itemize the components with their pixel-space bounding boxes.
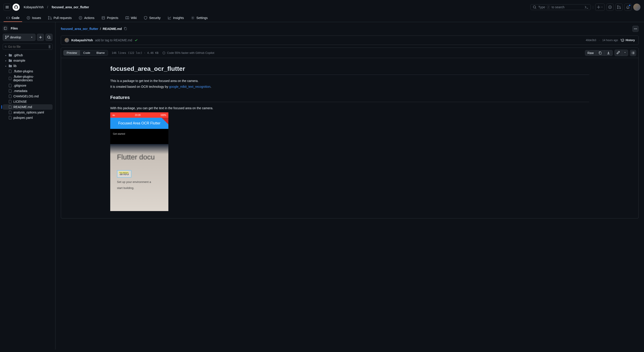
path-file: README.md: [103, 27, 122, 31]
view-blame-tab[interactable]: Blame: [93, 50, 108, 55]
tab-wiki[interactable]: Wiki: [123, 14, 139, 22]
copy-path-button[interactable]: [124, 27, 127, 31]
commit-time: 14 hours ago: [602, 39, 618, 42]
hamburger-menu[interactable]: [4, 3, 11, 11]
svg-point-12: [163, 53, 164, 53]
commit-sha[interactable]: 48de3b3: [586, 39, 596, 42]
toggle-file-tree[interactable]: [3, 26, 8, 31]
chevron-down-icon: [601, 5, 603, 9]
github-logo[interactable]: [12, 3, 20, 11]
file-meta: 146 lines (122 loc) · 4.46 KB: [112, 51, 158, 54]
user-avatar[interactable]: [633, 3, 640, 11]
tab-pull-requests[interactable]: Pull requests: [46, 14, 74, 22]
tree-file[interactable]: .flutter-plugins: [3, 69, 52, 74]
book-icon: [126, 16, 129, 20]
download-button[interactable]: [604, 50, 612, 56]
list-icon: [631, 51, 635, 55]
readme-h1: focused_area_ocr_flutter: [110, 65, 589, 75]
svg-rect-8: [124, 28, 126, 30]
branch-icon: [5, 35, 9, 39]
tree-file[interactable]: LICENSE: [3, 99, 52, 104]
issue-icon: [26, 16, 30, 20]
file-filter-input[interactable]: t: [3, 43, 52, 50]
view-code-tab[interactable]: Code: [80, 50, 93, 55]
search-icon: [533, 5, 536, 9]
gear-icon: [191, 16, 194, 20]
project-icon: [102, 16, 105, 20]
breadcrumb-repo[interactable]: focused_area_ocr_flutter: [50, 4, 90, 10]
tree-folder-github[interactable]: ▸.github: [3, 52, 52, 58]
svg-rect-7: [4, 27, 7, 30]
tree-file-readme[interactable]: README.md: [3, 104, 52, 110]
history-link[interactable]: History: [621, 38, 635, 42]
copy-button[interactable]: [596, 50, 604, 56]
history-icon: [621, 38, 624, 42]
breadcrumb: KobayashiYoh / focused_area_ocr_flutter: [22, 4, 90, 10]
readme-content: focused_area_ocr_flutter This is a packa…: [61, 58, 639, 218]
chevron-down-icon: [30, 35, 33, 39]
path-repo-link[interactable]: focused_area_ocr_flutter: [61, 27, 98, 31]
readme-h2-features: Features: [110, 95, 589, 102]
issues-button[interactable]: [606, 3, 614, 11]
command-palette-icon[interactable]: [585, 5, 588, 9]
copilot-icon: [162, 51, 166, 55]
raw-button[interactable]: Raw: [585, 50, 596, 56]
tab-security[interactable]: Security: [141, 14, 163, 22]
check-icon[interactable]: [134, 38, 138, 42]
svg-rect-14: [599, 52, 601, 54]
code-icon: [6, 16, 10, 20]
mlkit-link[interactable]: google_mlkit_text_recognition: [169, 85, 210, 88]
commit-author-avatar[interactable]: [64, 38, 69, 42]
tab-issues[interactable]: Issues: [24, 14, 44, 22]
svg-point-3: [28, 17, 29, 18]
tab-code[interactable]: Code: [4, 14, 22, 22]
shield-icon: [144, 16, 147, 20]
svg-point-1: [610, 7, 610, 7]
tab-insights[interactable]: Insights: [165, 14, 186, 22]
pr-icon: [48, 16, 52, 20]
edit-button[interactable]: [615, 50, 622, 56]
svg-point-9: [634, 29, 635, 29]
focus-rectangle: Get started arted: [117, 170, 132, 177]
files-heading: Files: [11, 26, 18, 30]
tree-file[interactable]: pubspec.yaml: [3, 115, 52, 120]
commit-message[interactable]: add br tag to README.md: [95, 38, 132, 42]
copy-icon: [598, 51, 602, 55]
breadcrumb-owner[interactable]: KobayashiYoh: [22, 4, 45, 10]
outline-button[interactable]: [630, 50, 636, 56]
edit-dropdown[interactable]: [622, 50, 628, 56]
more-options-button[interactable]: [632, 26, 639, 32]
view-preview-tab[interactable]: Preview: [64, 50, 80, 55]
debug-banner: [162, 118, 168, 124]
pull-requests-button[interactable]: [616, 3, 622, 11]
tab-settings[interactable]: Settings: [188, 14, 210, 22]
play-icon: [79, 16, 82, 20]
tree-file[interactable]: .flutter-plugins-dependencies: [3, 74, 52, 83]
chevron-down-icon: [624, 51, 626, 54]
tree-file[interactable]: .gitignore: [3, 83, 52, 88]
tree-file[interactable]: .metadata: [3, 88, 52, 94]
tree-folder-lib[interactable]: ▸lib: [3, 63, 52, 69]
notifications-button[interactable]: [624, 3, 632, 11]
tree-file[interactable]: CHANGELOG.md: [3, 94, 52, 99]
tree-folder-example[interactable]: ▸example: [3, 58, 52, 63]
kebab-icon: [634, 27, 637, 31]
graph-icon: [168, 16, 171, 20]
branch-selector[interactable]: develop: [3, 34, 36, 41]
svg-point-13: [164, 53, 164, 53]
add-file-button[interactable]: [37, 34, 44, 41]
pencil-icon: [616, 51, 620, 54]
tab-projects[interactable]: Projects: [99, 14, 121, 22]
copy-icon: [124, 27, 127, 30]
svg-point-10: [635, 29, 636, 29]
tab-actions[interactable]: Actions: [76, 14, 97, 22]
svg-point-11: [636, 29, 637, 29]
global-search[interactable]: Type / to search: [530, 4, 591, 10]
demo-screenshot: au 23:28 100% Focused Area OCR Flutter G…: [110, 112, 168, 211]
download-icon: [607, 51, 610, 55]
search-files-button[interactable]: [46, 34, 52, 41]
tree-file[interactable]: analysis_options.yaml: [3, 110, 52, 115]
copilot-hint[interactable]: Code 55% faster with GitHub Copilot: [162, 51, 214, 55]
commit-author[interactable]: KobayashiYoh: [71, 38, 93, 42]
create-new-button[interactable]: [595, 3, 605, 11]
